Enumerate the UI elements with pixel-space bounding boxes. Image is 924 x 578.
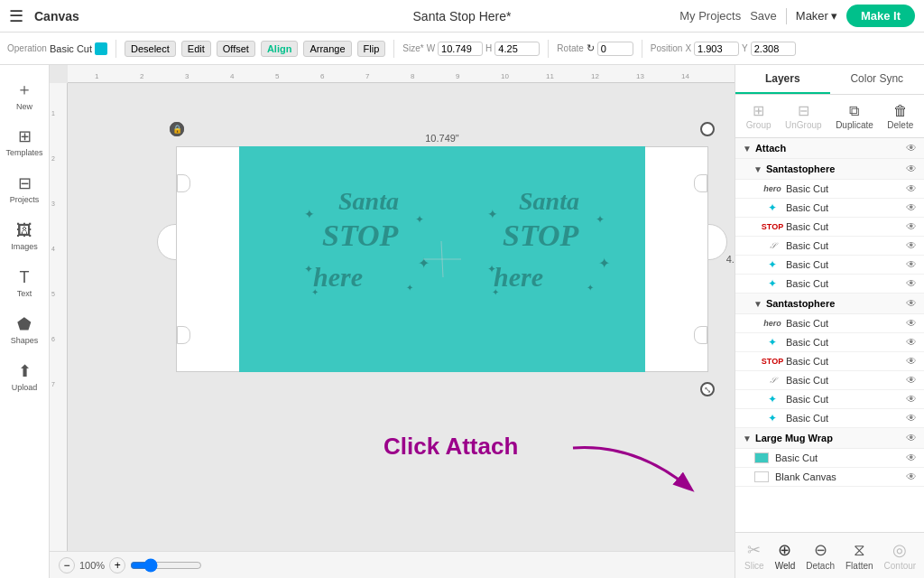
layer-item-name: Basic Cut — [786, 278, 901, 289]
layer-item[interactable]: STOP Basic Cut 👁 — [735, 218, 924, 237]
thumb-script-icon: 𝒮 — [770, 376, 775, 386]
zoom-out-button[interactable]: − — [59, 557, 75, 573]
ungroup-icon: ⊟ — [798, 102, 809, 119]
sidebar-item-upload[interactable]: ⬆ Upload — [2, 354, 47, 399]
menu-icon[interactable]: ☰ — [9, 6, 23, 26]
eye-icon-item[interactable]: 👁 — [906, 355, 917, 368]
eye-icon-item[interactable]: 👁 — [906, 201, 917, 214]
thumb-star-icon: ✦ — [768, 393, 777, 406]
group-icon: ⊞ — [753, 102, 764, 119]
slice-button[interactable]: ✂ Slice — [739, 538, 770, 573]
contour-icon: ◎ — [892, 540, 907, 560]
layer-item[interactable]: hero Basic Cut 👁 — [735, 180, 924, 199]
eye-icon-item[interactable]: 👁 — [906, 220, 917, 233]
deselect-button[interactable]: Deselect — [125, 41, 176, 57]
layer-thumb: ✦ — [764, 393, 781, 406]
delete-icon: 🗑 — [893, 103, 908, 119]
eye-icon-item[interactable]: 👁 — [906, 182, 917, 195]
layer-item-name: Blank Canvas — [775, 471, 901, 482]
arrange-button[interactable]: Arrange — [303, 41, 351, 57]
layer-item[interactable]: Blank Canvas 👁 — [735, 468, 924, 487]
height-input[interactable] — [494, 42, 540, 56]
zoom-slider[interactable] — [130, 558, 202, 573]
delete-button[interactable]: 🗑 Delete — [883, 101, 917, 132]
ruler-tick-4: 4 — [230, 72, 234, 80]
sidebar-item-projects[interactable]: ⊟ Projects — [2, 166, 47, 211]
layer-item[interactable]: STOP Basic Cut 👁 — [735, 352, 924, 371]
canvas-area[interactable]: 1 2 3 4 5 6 7 8 9 10 11 12 13 14 1 2 3 4… — [50, 65, 735, 578]
layer-subgroup-0-1[interactable]: ▼ Santastophere 👁 — [735, 294, 924, 314]
layer-item[interactable]: Basic Cut 👁 — [735, 449, 924, 468]
eye-icon-item[interactable]: 👁 — [906, 336, 917, 349]
save-button[interactable]: Save — [750, 9, 777, 23]
w-label: W — [427, 43, 435, 53]
eye-icon-item[interactable]: 👁 — [906, 412, 917, 424]
my-projects-link[interactable]: My Projects — [679, 9, 741, 23]
layer-item[interactable]: ✦ Basic Cut 👁 — [735, 256, 924, 275]
contour-button[interactable]: ◎ Contour — [879, 538, 922, 573]
weld-button[interactable]: ⊕ Weld — [770, 538, 801, 573]
eye-icon-item[interactable]: 👁 — [906, 471, 917, 483]
layer-item[interactable]: ✦ Basic Cut 👁 — [735, 333, 924, 352]
layer-group-0[interactable]: ▼ Attach 👁 — [735, 138, 924, 159]
handle-lock[interactable]: 🔒 — [170, 122, 184, 136]
design-canvas[interactable]: 10.749" 4.25" — [176, 128, 708, 390]
eye-icon-sub-1[interactable]: 👁 — [906, 297, 917, 310]
eye-icon-item[interactable]: 👁 — [906, 393, 917, 406]
subgroup-name-0-0: Santastophere — [766, 163, 902, 174]
make-it-button[interactable]: Make It — [846, 5, 915, 27]
eye-icon-item[interactable]: 👁 — [906, 258, 917, 271]
layer-item[interactable]: ✦ Basic Cut 👁 — [735, 390, 924, 409]
sidebar-item-templates[interactable]: ⊞ Templates — [2, 119, 47, 164]
edit-button[interactable]: Edit — [181, 41, 211, 57]
align-button[interactable]: Align — [261, 41, 299, 57]
duplicate-button[interactable]: ⧉ Duplicate — [832, 101, 877, 132]
offset-button[interactable]: Offset — [217, 41, 255, 57]
tab-color-sync[interactable]: Color Sync — [830, 65, 925, 94]
group-button[interactable]: ⊞ Group — [743, 100, 775, 132]
tab-layers[interactable]: Layers — [735, 65, 830, 94]
handle-scale[interactable]: ⤡ — [700, 382, 715, 396]
rotate-group: Rotate ↻ — [557, 42, 633, 56]
eye-icon-item[interactable]: 👁 — [906, 239, 917, 252]
eye-icon-1[interactable]: 👁 — [906, 432, 917, 444]
zoom-in-button[interactable]: + — [109, 557, 125, 573]
ungroup-button[interactable]: ⊟ UnGroup — [781, 100, 826, 132]
handle-rotate[interactable]: ↻ — [700, 122, 715, 136]
thumb-star-icon: ✦ — [768, 258, 777, 271]
ruler-tick-14: 14 — [681, 72, 689, 80]
sidebar-item-images[interactable]: 🖼 Images — [2, 213, 47, 258]
eye-icon-sub-0[interactable]: 👁 — [906, 163, 917, 175]
nav-divider — [786, 8, 787, 24]
layer-group-1[interactable]: ▼ Large Mug Wrap 👁 — [735, 428, 924, 449]
layer-item[interactable]: ✦ Basic Cut 👁 — [735, 199, 924, 218]
sidebar-item-shapes[interactable]: ⬟ Shapes — [2, 307, 47, 352]
canvas-content[interactable]: 10.749" 4.25" — [68, 83, 735, 551]
eye-icon-item[interactable]: 👁 — [906, 452, 917, 464]
layer-item[interactable]: 𝒮 Basic Cut 👁 — [735, 237, 924, 256]
flip-button[interactable]: Flip — [357, 41, 386, 57]
sidebar-item-new[interactable]: ＋ New — [2, 72, 47, 117]
width-input[interactable] — [438, 42, 483, 56]
rotate-input[interactable] — [597, 42, 633, 56]
layer-item[interactable]: 𝒮 Basic Cut 👁 — [735, 371, 924, 390]
eye-icon-0[interactable]: 👁 — [906, 142, 917, 154]
pos-y-input[interactable] — [751, 42, 796, 56]
pos-x-input[interactable] — [694, 42, 739, 56]
svg-text:✦: ✦ — [311, 287, 319, 297]
layer-item[interactable]: ✦ Basic Cut 👁 — [735, 275, 924, 294]
layer-item[interactable]: hero Basic Cut 👁 — [735, 314, 924, 333]
eye-icon-item[interactable]: 👁 — [906, 317, 917, 330]
sep2 — [393, 40, 394, 58]
size-label: Size* — [402, 43, 423, 53]
zoom-bar: − 100% + — [50, 551, 735, 578]
layer-item[interactable]: ✦ Basic Cut 👁 — [735, 409, 924, 428]
detach-button[interactable]: ⊖ Detach — [800, 538, 840, 573]
sidebar-item-text[interactable]: T Text — [2, 260, 47, 305]
rotate-label: Rotate — [557, 43, 583, 53]
maker-button[interactable]: Maker ▾ — [796, 9, 837, 23]
flatten-button[interactable]: ⧖ Flatten — [840, 539, 879, 573]
eye-icon-item[interactable]: 👁 — [906, 374, 917, 387]
layer-subgroup-0-0[interactable]: ▼ Santastophere 👁 — [735, 159, 924, 180]
eye-icon-item[interactable]: 👁 — [906, 277, 917, 290]
